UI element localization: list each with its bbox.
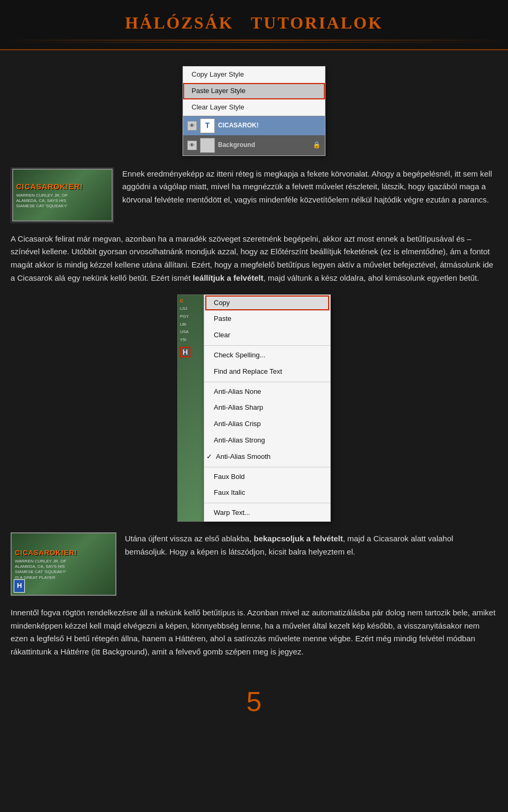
layer-name-cicasarok: CICASAROK! (218, 121, 321, 131)
context-menu-faux-italic[interactable]: Faux Italic (204, 485, 330, 501)
comic-title-2: CICASAROK!ER! (15, 548, 112, 559)
paragraph1-content: Ennek eredményeképp az itteni réteg is m… (122, 169, 492, 205)
context-menu-divider-2 (204, 382, 330, 382)
paragraph4-content: Innentől fogva rögtön rendelkezésre áll … (11, 608, 495, 656)
paragraph2-end: , majd váltunk a kész oldalra, ahol kimá… (264, 273, 479, 282)
layer-visibility-icon-bg: 👁 (187, 141, 197, 150)
layer-name-background: Background (218, 140, 310, 150)
comic-subtitle-2: WARREN CURLEY JR. OF ALAMEDA, CA, SAYS H… (15, 559, 112, 581)
paragraph2-block: A Cicasarok felirat már megvan, azonban … (11, 233, 497, 285)
photoshop-menu-screenshot: Copy Layer Style Paste Layer Style Clear… (183, 66, 325, 155)
context-menu-wrapper: C LSJ PGY LBI USA Y5I H Copy Paste Clear… (177, 294, 331, 522)
page-header: Hálózsák Tutorialok (0, 0, 508, 50)
paragraph3-section: CICASAROK!ER! WARREN CURLEY JR. OF ALAME… (11, 532, 497, 596)
copy-layer-style-item: Copy Layer Style (183, 67, 325, 83)
comic-image-1: CICASAROK!ER! WARREN CURLEY JR. OF ALAME… (11, 168, 114, 223)
comic-subtitle-1: WARREN CURLEY JR. OF ALAMEDA, CA, SAYS H… (16, 193, 108, 209)
context-menu-check-spelling[interactable]: Check Spelling... (204, 347, 330, 364)
comic-art-1: CICASAROK!ER! WARREN CURLEY JR. OF ALAME… (12, 169, 113, 222)
paragraph3-text: Utána újfent vissza az első ablakba, bek… (125, 532, 497, 596)
context-menu-divider-4 (204, 503, 330, 503)
context-menu-clear[interactable]: Clear (204, 327, 330, 344)
context-menu-bg-image: C LSJ PGY LBI USA Y5I H (177, 294, 204, 522)
clear-layer-style-item: Clear Layer Style (183, 99, 325, 116)
context-menu-paste[interactable]: Paste (204, 311, 330, 327)
layer-row-background: 👁 Background 🔒 (183, 136, 325, 155)
paragraph3-before: Utána újfent vissza az első ablakba, (125, 534, 253, 543)
layer-lock-icon: 🔒 (313, 140, 321, 150)
main-content: Copy Layer Style Paste Layer Style Clear… (0, 66, 508, 755)
site-title-part2: Tutorialok (251, 13, 383, 32)
context-menu-divider-1 (204, 345, 330, 346)
comic-art-2: CICASAROK!ER! WARREN CURLEY JR. OF ALAME… (11, 532, 116, 596)
checkmark-icon: ✓ (206, 451, 212, 463)
page-number: 5 (11, 680, 497, 745)
context-menu-faux-bold[interactable]: Faux Bold (204, 469, 330, 485)
context-menu-copy[interactable]: Copy (204, 295, 330, 311)
paragraph3-bold: bekapcsoljuk a felvételt (253, 534, 342, 543)
context-menu-find-replace[interactable]: Find and Replace Text (204, 364, 330, 380)
site-title: Hálózsák Tutorialok (0, 10, 508, 36)
paste-layer-style-item: Paste Layer Style (183, 83, 325, 99)
context-menu-anti-alias-none[interactable]: Anti-Alias None (204, 384, 330, 400)
context-menu: Copy Paste Clear Check Spelling... Find … (204, 294, 331, 522)
layer-row-cicasarok: 👁 T CICASAROK! (183, 116, 325, 136)
context-menu-divider-3 (204, 467, 330, 467)
site-title-part1: Hálózsák (125, 13, 233, 32)
layer-thumb-bg (200, 138, 215, 153)
layer-panel: 👁 T CICASAROK! 👁 Background 🔒 (183, 116, 325, 155)
h-badge: H (14, 579, 25, 593)
layer-visibility-icon: 👁 (187, 121, 197, 131)
paragraph1-text: Ennek eredményeképp az itteni réteg is m… (122, 168, 497, 223)
context-menu-anti-alias-crisp[interactable]: Anti-Alias Crisp (204, 416, 330, 432)
context-menu-container: C LSJ PGY LBI USA Y5I H Copy Paste Clear… (11, 294, 497, 522)
comic-title-1: CICASAROK!ER! (16, 181, 108, 192)
context-menu-anti-alias-sharp[interactable]: Anti-Alias Sharp (204, 400, 330, 416)
context-menu-warp-text[interactable]: Warp Text... (204, 505, 330, 521)
context-menu-anti-alias-smooth[interactable]: ✓Anti-Alias Smooth (204, 449, 330, 465)
paragraph4-block: Innentől fogva rögtön rendelkezésre áll … (11, 606, 497, 659)
context-menu-anti-alias-strong[interactable]: Anti-Alias Strong (204, 432, 330, 449)
paragraph1-section: CICASAROK!ER! WARREN CURLEY JR. OF ALAME… (11, 168, 497, 223)
layer-thumb-text: T (200, 118, 215, 133)
menu-screenshot-container: Copy Layer Style Paste Layer Style Clear… (11, 66, 497, 155)
paragraph2-bold: leállítjuk a felvételt (193, 273, 263, 282)
comic-image-2-container: CICASAROK!ER! WARREN CURLEY JR. OF ALAME… (11, 532, 116, 596)
